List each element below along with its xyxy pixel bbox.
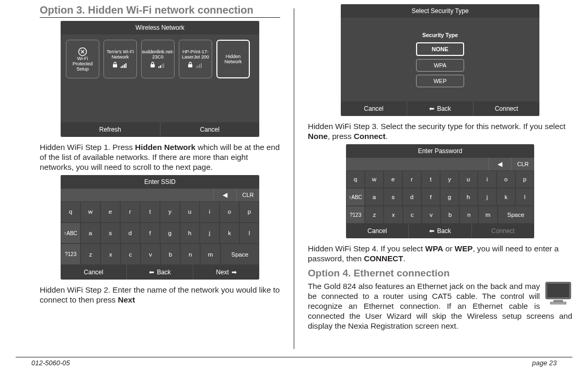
screen-title: Enter Password	[346, 144, 534, 158]
svg-rect-9	[162, 64, 163, 68]
key[interactable]: o	[220, 201, 239, 223]
key[interactable]: d	[402, 188, 421, 206]
tile-network-2[interactable]: suddenlink.net-23C0	[141, 40, 175, 78]
back-button[interactable]: ⬅Back	[407, 101, 473, 116]
key[interactable]: k	[220, 223, 239, 244]
cancel-button[interactable]: Cancel	[61, 265, 126, 280]
tile-network-1[interactable]: Terrie's Wi-Fi Network	[103, 40, 137, 78]
key[interactable]: u	[180, 201, 200, 223]
key[interactable]: f	[140, 223, 160, 244]
lock-icon	[150, 62, 155, 69]
back-button[interactable]: ⬅Back	[126, 265, 193, 280]
refresh-button[interactable]: Refresh	[61, 122, 160, 137]
key[interactable]: g	[440, 188, 459, 206]
backspace-key[interactable]	[488, 158, 511, 170]
key[interactable]: u	[459, 170, 478, 188]
page-number: page 23	[532, 359, 557, 367]
key[interactable]: p	[515, 170, 534, 188]
key[interactable]: e	[100, 201, 120, 223]
key[interactable]: k	[497, 188, 515, 206]
keyboard: q w e r t y u i o p ↑ABC a s	[346, 170, 534, 224]
back-button[interactable]: ⬅Back	[408, 224, 471, 238]
key[interactable]: d	[120, 223, 140, 244]
key[interactable]: s	[100, 223, 120, 244]
key[interactable]: g	[160, 223, 180, 244]
arrow-left-icon: ⬅	[149, 269, 154, 276]
tile-wps[interactable]: Wi-Fi Protected Setup	[66, 40, 99, 78]
key[interactable]: i	[478, 170, 497, 188]
key[interactable]: r	[120, 201, 140, 223]
symbols-key[interactable]: ?123	[61, 244, 80, 265]
key[interactable]: c	[403, 206, 422, 224]
key[interactable]: p	[239, 201, 259, 223]
key[interactable]: v	[141, 244, 160, 265]
key[interactable]: w	[80, 201, 100, 223]
step4-text: Hidden WiFi Step 4. If you select WPA or…	[308, 244, 572, 263]
shift-key[interactable]: ↑ABC	[61, 223, 80, 244]
key[interactable]: q	[61, 201, 80, 223]
security-option-none[interactable]: NONE	[416, 42, 464, 56]
key[interactable]: m	[200, 244, 220, 265]
key[interactable]: j	[200, 223, 220, 244]
key[interactable]: h	[180, 223, 200, 244]
cancel-button[interactable]: Cancel	[346, 224, 408, 238]
signal-icon	[158, 63, 166, 69]
tile-hidden-network[interactable]: Hidden Network	[216, 40, 250, 78]
key[interactable]: f	[421, 188, 440, 206]
key[interactable]: z	[80, 244, 100, 265]
column-divider	[294, 8, 294, 349]
key[interactable]: l	[515, 188, 534, 206]
ssid-input[interactable]	[61, 189, 213, 201]
key[interactable]: b	[160, 244, 180, 265]
key[interactable]: y	[160, 201, 180, 223]
key[interactable]: i	[200, 201, 220, 223]
step3-text: Hidden WiFi Step 3. Select the security …	[308, 121, 572, 141]
key[interactable]: m	[478, 206, 497, 224]
clear-key[interactable]: CLR	[236, 189, 259, 201]
space-key[interactable]: Space	[498, 206, 534, 224]
doc-number: 012-5060-05	[31, 359, 70, 367]
cancel-button[interactable]: Cancel	[341, 101, 407, 116]
password-input[interactable]	[346, 158, 488, 170]
space-key[interactable]: Space	[221, 244, 259, 265]
connect-button[interactable]: Connect	[473, 101, 539, 116]
key[interactable]: h	[459, 188, 478, 206]
key[interactable]: r	[402, 170, 421, 188]
symbols-key[interactable]: ?123	[346, 206, 365, 224]
key[interactable]: a	[365, 188, 384, 206]
svg-rect-14	[199, 64, 200, 68]
key[interactable]: t	[421, 170, 440, 188]
key[interactable]: a	[80, 223, 100, 244]
key[interactable]: o	[497, 170, 515, 188]
key[interactable]: c	[121, 244, 141, 265]
key[interactable]: x	[100, 244, 120, 265]
next-button[interactable]: Next➡	[193, 265, 259, 280]
clear-key[interactable]: CLR	[511, 158, 534, 170]
key[interactable]: s	[384, 188, 402, 206]
wireless-network-screen: Wireless Network Wi-Fi Protected Setup T…	[61, 21, 259, 137]
backspace-icon	[223, 191, 227, 199]
key[interactable]: y	[440, 170, 459, 188]
key[interactable]: v	[422, 206, 441, 224]
key[interactable]: x	[384, 206, 402, 224]
svg-rect-15	[201, 63, 202, 68]
key[interactable]: z	[365, 206, 384, 224]
security-option-wep[interactable]: WEP	[416, 75, 464, 87]
shift-key[interactable]: ↑ABC	[346, 188, 365, 206]
key[interactable]: n	[180, 244, 200, 265]
tile-network-3[interactable]: HP-Print-17-LaserJet 200	[179, 40, 212, 78]
key[interactable]: l	[239, 223, 259, 244]
enter-password-screen: Enter Password CLR q w e r t y u i	[346, 144, 534, 238]
key[interactable]: n	[459, 206, 478, 224]
security-option-wpa[interactable]: WPA	[416, 59, 464, 72]
svg-rect-3	[122, 65, 123, 68]
key[interactable]: b	[441, 206, 459, 224]
key[interactable]: q	[346, 170, 365, 188]
key[interactable]: w	[365, 170, 384, 188]
key[interactable]: e	[384, 170, 402, 188]
key[interactable]: t	[140, 201, 160, 223]
cancel-button[interactable]: Cancel	[160, 122, 260, 137]
backspace-key[interactable]	[213, 189, 236, 201]
keyboard: q w e r t y u i o p ↑ABC a s	[61, 201, 259, 265]
key[interactable]: j	[478, 188, 497, 206]
